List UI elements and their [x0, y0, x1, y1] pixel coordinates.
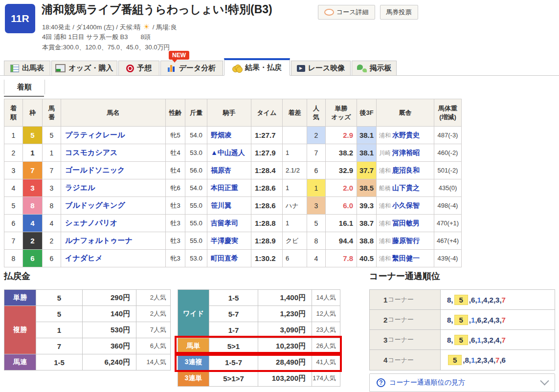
- body-weight: 470(+1): [434, 215, 462, 232]
- course-track-icon: [324, 9, 334, 16]
- result-row: 433ラジエル牝654.0本田正重1:28.6112.038.5船橋山下貴之43…: [4, 179, 462, 197]
- tab-bar: 出馬表オッズ・購入予想データ分析結果・払戻▶レース映像掲示板: [4, 58, 397, 76]
- course-detail-button[interactable]: コース詳細: [318, 5, 375, 20]
- betting-button[interactable]: 馬券投票: [380, 5, 418, 20]
- result-row: 155プラティクレール牝554.0野畑凌1:27.722.938.1浦和水野貴史…: [4, 127, 462, 144]
- jockey-link[interactable]: 笹川翼: [211, 201, 231, 209]
- column-header: 騎手: [207, 99, 251, 127]
- tab-レース映像[interactable]: ▶レース映像: [291, 61, 351, 76]
- horse-number-6: 6: [477, 316, 481, 324]
- finish-time: 1:28.9: [251, 232, 283, 250]
- carried-weight: 55.0: [185, 215, 207, 232]
- payout-amount: 10,230円: [258, 338, 312, 354]
- new-badge-pointer: [172, 60, 177, 63]
- jockey-link[interactable]: 本田正重: [211, 184, 238, 192]
- margin: 1: [283, 144, 307, 162]
- subtab-chakujun[interactable]: 着順: [4, 80, 45, 94]
- horse-number-1: 1: [477, 336, 481, 344]
- payout-row: 3連複1-5-728,490円41人気: [178, 354, 340, 370]
- payout-amount: 140円: [83, 306, 136, 322]
- payout-combination: 5: [36, 290, 83, 306]
- horse-name-link[interactable]: ルナフォルトゥーナ: [65, 236, 133, 244]
- corner-number: 1: [383, 296, 387, 304]
- race-results-page: 11R 浦和競馬ライブ番組うらわっしょい!特別(B3) 18:40発走 / ダ1…: [0, 0, 559, 392]
- trainer-link[interactable]: 河津裕昭: [392, 149, 420, 156]
- carried-weight: 54.0: [185, 127, 207, 144]
- horse-name-link[interactable]: ゴールドソニック: [65, 166, 125, 174]
- horse-name-link[interactable]: ブルドッグキング: [65, 201, 125, 209]
- horse-name-cell: プラティクレール: [61, 127, 166, 144]
- horse-name-link[interactable]: コスモカシアス: [65, 148, 117, 156]
- finish-position: 1: [4, 127, 23, 144]
- body-weight: 439(-4): [434, 250, 462, 267]
- tab-予想[interactable]: 予想: [118, 61, 159, 76]
- body-weight: 460(-2): [434, 144, 462, 162]
- column-header: 性齢: [166, 99, 185, 127]
- tab-出馬表[interactable]: 出馬表: [4, 61, 50, 76]
- horse-number-4: 4: [495, 336, 499, 344]
- horse-number-7: 7: [502, 316, 506, 324]
- column-header: 厩舎: [377, 99, 434, 127]
- horse-number: 2: [43, 232, 61, 250]
- horse-number: 4: [43, 215, 61, 232]
- race-conditions-text: 18:40発走 / ダ1400m (左) / 天候:晴: [42, 23, 140, 31]
- trainer-link[interactable]: 繫田健一: [392, 254, 420, 262]
- monitor-icon: [55, 64, 66, 72]
- corner-help-bar[interactable]: ? コーナー通過順位の見方: [369, 373, 555, 392]
- horse-name-cell: ラジエル: [61, 179, 166, 197]
- result-row: 866イナダヒメ牝353.0町田直希1:30.2647.840.5浦和繫田健一4…: [4, 250, 462, 267]
- trainer-link[interactable]: 冨田敏男: [392, 219, 420, 227]
- carried-weight: 55.0: [185, 197, 207, 215]
- payout-row: 単勝5290円2人気: [4, 290, 171, 306]
- horse-number-7: 7: [502, 296, 506, 304]
- jockey-cell: 町田直希: [207, 250, 251, 267]
- jockey-cell: 福原杏: [207, 162, 251, 179]
- frame-number: 2: [23, 232, 43, 250]
- popularity: 8: [307, 232, 326, 250]
- stable-cell: 浦和鹿沼良和: [377, 162, 434, 179]
- horse-number-6: 6: [471, 336, 475, 344]
- horse-name-link[interactable]: イナダヒメ: [65, 254, 103, 262]
- jockey-link[interactable]: 吉留孝司: [211, 219, 238, 227]
- payout-amount: 1,400円: [258, 290, 312, 306]
- horse-name-link[interactable]: シェナノパリオ: [65, 218, 117, 227]
- payout-row: 3連単5>1>7103,200円174人気: [178, 370, 340, 387]
- jockey-link[interactable]: 町田直希: [211, 254, 238, 262]
- margin: [283, 127, 307, 144]
- horse-number: 6: [43, 250, 61, 267]
- corner-row: 4コーナー5,8,1,2,3,4,7,6: [370, 350, 555, 370]
- margin: ハナ: [283, 197, 307, 215]
- stable-area: 浦和: [379, 255, 391, 262]
- frame-number: 1: [23, 144, 43, 162]
- video-icon: ▶: [297, 65, 305, 72]
- tab-データ分析[interactable]: データ分析: [160, 61, 223, 76]
- payout-combination: 5>1: [209, 338, 258, 354]
- jockey-link[interactable]: ▲中山遥人: [211, 149, 245, 156]
- tab-結果・払戻[interactable]: 結果・払戻: [224, 58, 290, 76]
- column-header: 着差: [283, 99, 307, 127]
- finish-time: 1:28.8: [251, 215, 283, 232]
- corner-row: 2コーナー8,5,1,6,2,4,3,7: [370, 310, 555, 330]
- trainer-link[interactable]: 山下貴之: [392, 184, 420, 192]
- horse-name-link[interactable]: ラジエル: [65, 183, 95, 192]
- jockey-link[interactable]: 野畑凌: [211, 131, 231, 139]
- results-table: 着 順枠馬 番馬名性齢斤量騎手タイム着差人 気単勝 オッズ後3F厩舎馬体重 (増…: [4, 99, 462, 267]
- payout-amount: 103,200円: [258, 370, 312, 387]
- trainer-link[interactable]: 小久保智: [392, 201, 420, 209]
- horse-name-link[interactable]: プラティクレール: [65, 131, 125, 139]
- course-detail-label: コース詳細: [336, 8, 369, 17]
- stable-cell: 川崎河津裕昭: [377, 144, 434, 162]
- trainer-link[interactable]: 鹿沼良和: [392, 166, 420, 174]
- last-3f: 38.8: [357, 232, 377, 250]
- jockey-link[interactable]: 福原杏: [211, 166, 231, 174]
- tab-label: レース映像: [308, 64, 345, 73]
- payout-combination: 1-5: [36, 354, 83, 370]
- column-header: 馬体重 (増減): [434, 99, 462, 127]
- chevron-down-icon[interactable]: [540, 376, 549, 385]
- win-odds: 16.1: [326, 215, 357, 232]
- jockey-link[interactable]: 半澤慶実: [211, 237, 238, 244]
- tab-掲示板[interactable]: 掲示板: [352, 61, 397, 76]
- trainer-link[interactable]: 水野貴史: [392, 131, 420, 139]
- tab-オッズ・購入[interactable]: オッズ・購入: [51, 61, 117, 76]
- trainer-link[interactable]: 藤原智行: [392, 237, 420, 244]
